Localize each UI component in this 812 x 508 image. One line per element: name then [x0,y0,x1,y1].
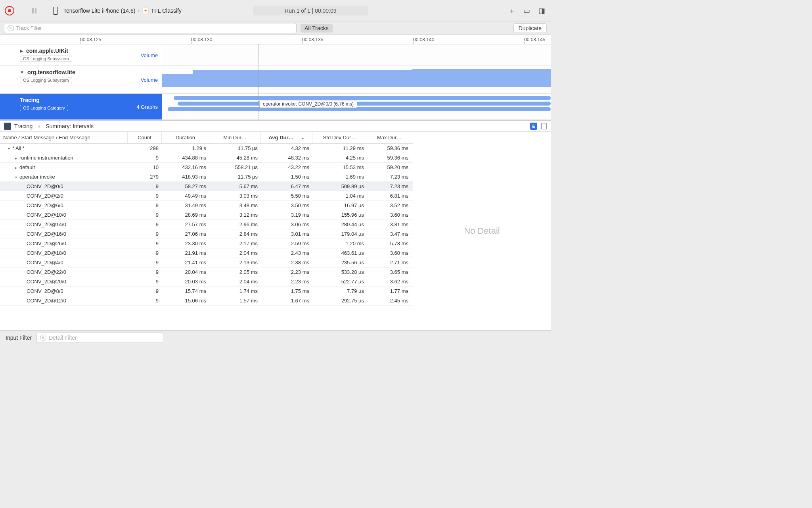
app-icon: ✦ [142,8,149,14]
footer: Input Filter ≡ Detail Filter [0,330,551,344]
volume-bar [162,74,193,87]
col-count[interactable]: Count [128,132,162,143]
instruments-window: Tensorflow Lite iPhone (14.6) › ✦ TFL Cl… [0,0,551,344]
filter-icon: ≡ [8,25,14,31]
input-filter-label[interactable]: Input Filter [6,335,32,341]
detail-pane: No Detail [413,132,551,330]
summary-table-pane: Name / Start Message / End Message Count… [0,132,413,330]
table-row[interactable]: CONV_2D@8/0915.74 ms1.74 ms1.75 ms7.79 µ… [0,287,413,296]
chevron-down-icon: ⌄ [301,135,304,140]
tracing-icon [4,123,11,130]
trace-bar[interactable] [178,102,551,106]
duplicate-button[interactable]: Duplicate [513,23,547,33]
tracks: ▶com.apple.UIKit OS Logging Subsystem Vo… [0,44,551,120]
toolbar: Tensorflow Lite iPhone (14.6) › ✦ TFL Cl… [0,0,551,21]
table-header: Name / Start Message / End Message Count… [0,132,413,144]
device-name: Tensorflow Lite iPhone (14.6) [63,8,135,14]
track-uikit[interactable]: ▶com.apple.UIKit OS Logging Subsystem Vo… [0,44,551,66]
panel-bottom-icon[interactable]: ▭ [523,7,531,15]
trace-bar[interactable] [168,107,551,111]
table-row[interactable]: CONV_2D@4/0921.41 ms2.13 ms2.38 ms235.56… [0,258,413,267]
track-tflite[interactable]: ▼org.tensorflow.lite OS Logging Subsyste… [0,66,551,94]
extended-detail-toggle[interactable]: E [530,123,537,130]
col-duration[interactable]: Duration [162,132,209,143]
track-filter-input[interactable]: ≡ Track Filter [4,23,297,33]
tracks-area: ▶com.apple.UIKit OS Logging Subsystem Vo… [0,44,551,120]
pause-button[interactable] [29,6,39,15]
table-row[interactable]: CONV_2D@20/0920.03 ms2.04 ms2.23 ms522.7… [0,277,413,287]
volume-bar [193,70,413,87]
run-status[interactable]: Run 1 of 1 | 00:00:09 [253,6,368,15]
track-tracing[interactable]: Tracing OS Logging Category 4 Graphs ope… [0,94,551,120]
main-split: Name / Start Message / End Message Count… [0,132,551,330]
volume-bar [412,69,551,87]
no-detail-label: No Detail [464,226,500,236]
table-row[interactable]: ▸default10432.16 ms558.21 µs43.22 ms15.5… [0,163,413,172]
table-row[interactable]: CONV_2D@14/0927.57 ms2.96 ms3.06 ms280.4… [0,220,413,229]
doc-icon[interactable] [541,123,547,129]
track-filter-placeholder: Track Filter [16,25,42,31]
col-min[interactable]: Min Dur… [209,132,261,143]
time-ruler[interactable]: 00:08.125 00:08.130 00:08.135 00:08.140 … [0,35,551,44]
table-row[interactable]: CONV_2D@12/0915.06 ms1.57 ms1.67 ms292.7… [0,296,413,306]
add-icon[interactable]: ＋ [508,7,516,15]
detail-filter-placeholder: Detail Filter [49,335,77,341]
table-row[interactable]: ▸runtime instrumentation9434.88 ms45.28 … [0,153,413,163]
device-icon [53,7,58,15]
toolbar-right: ＋ ▭ ◨ [508,7,546,15]
table-row[interactable]: CONV_2D@0/0958.27 ms5.67 ms6.47 ms509.89… [0,182,413,191]
table-row[interactable]: CONV_2D@16/0927.06 ms2.84 ms3.01 ms179.0… [0,229,413,239]
table-row[interactable]: ▾operator invoke279418.93 ms11.75 µs1.50… [0,172,413,182]
col-name[interactable]: Name / Start Message / End Message [0,132,128,143]
table-row[interactable]: CONV_2D@2/0949.49 ms3.03 ms5.50 ms1.04 m… [0,191,413,201]
table-row[interactable]: CONV_2D@22/0920.04 ms2.05 ms2.23 ms533.2… [0,267,413,277]
trace-tooltip: operator invoke: CONV_2D@0/0 (6.76 ms) [259,100,357,108]
chevron-right-icon: › [138,7,140,14]
trace-bar[interactable] [174,96,551,100]
table-row[interactable]: CONV_2D@26/0923.30 ms2.17 ms2.59 ms1.20 … [0,239,413,248]
col-std[interactable]: Std Dev Dur… [312,132,367,143]
table-row[interactable]: CONV_2D@10/0928.69 ms3.12 ms3.19 ms155.9… [0,210,413,220]
filter-icon: ≡ [40,335,46,341]
detail-crumb-1[interactable]: Tracing [14,123,33,129]
table-row[interactable]: CONV_2D@6/0931.49 ms3.48 ms3.50 ms16.97 … [0,201,413,210]
detail-crumb-2[interactable]: Summary: Intervals [46,123,94,129]
app-name: TFL Classify [151,8,182,14]
panel-right-icon[interactable]: ◨ [538,7,546,15]
chevron-right-icon: › [38,123,40,130]
target-breadcrumb[interactable]: Tensorflow Lite iPhone (14.6) › ✦ TFL Cl… [63,7,182,14]
col-max[interactable]: Max Dur… [367,132,412,143]
table-body[interactable]: ▾* All *2981.29 s11.75 µs4.32 ms11.29 ms… [0,144,413,330]
playhead[interactable] [259,44,259,120]
detail-breadcrumb: Tracing › Summary: Intervals E [0,120,551,132]
col-avg[interactable]: Avg Dur…⌄ [261,132,312,143]
all-tracks-pill[interactable]: All Tracks [301,24,333,33]
detail-filter-input[interactable]: ≡ Detail Filter [36,333,163,343]
table-row[interactable]: CONV_2D@18/0921.91 ms2.04 ms2.43 ms463.6… [0,248,413,258]
record-button[interactable] [5,6,14,15]
table-row[interactable]: ▾* All *2981.29 s11.75 µs4.32 ms11.29 ms… [0,144,413,153]
filter-bar: ≡ Track Filter All Tracks Duplicate [0,21,551,35]
